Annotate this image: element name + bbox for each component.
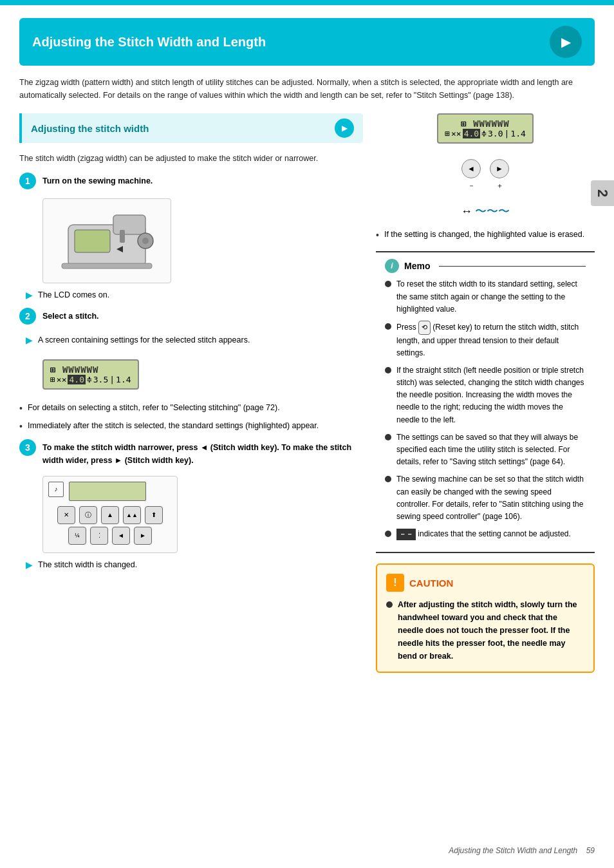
- right-lcd-tension: 1.4: [510, 129, 525, 138]
- caution-list: After adjusting the stitch width, slowly…: [386, 598, 584, 663]
- panel-note-icon: ♪: [48, 482, 64, 497]
- sub-section-desc: The stitch width (zigzag width) can be a…: [19, 152, 363, 165]
- svg-rect-1: [113, 215, 145, 234]
- memo-title-text: Memo: [404, 261, 430, 271]
- right-arrow-button[interactable]: ►: [490, 159, 509, 178]
- panel-btn-dots[interactable]: ⁚: [90, 527, 108, 545]
- memo-item-5-text: The sewing machine can be set so that th…: [396, 473, 586, 523]
- lcd-tension-value: 1.4: [116, 375, 131, 384]
- control-panel-diagram: ♪ ✕ ⓘ ▲ ▲▲ ⬆ ¼ ⁚ ◄ ►: [42, 476, 178, 553]
- right-lcd-sep1: ≑: [481, 129, 487, 138]
- memo-item-3: If the straight stitch (left needle posi…: [385, 364, 586, 426]
- step-3-instruction: To make the stitch width narrower, press…: [42, 443, 351, 465]
- left-button-group: ◄ －: [461, 159, 481, 191]
- step-1-text: Turn on the sewing machine.: [42, 173, 153, 187]
- main-title: Adjusting the Stitch Width and Length: [32, 35, 266, 50]
- reset-key-icon: ⟲: [418, 321, 431, 335]
- memo-item-1: To reset the stitch width to its standar…: [385, 278, 586, 316]
- memo-bullet-1: [385, 281, 391, 287]
- svg-point-5: [142, 238, 149, 244]
- panel-btn-up3[interactable]: ⬆: [145, 506, 163, 524]
- footer-text: Adjusting the Stitch Width and Length: [449, 846, 577, 855]
- step-2-number: 2: [19, 308, 36, 325]
- page-footer: Adjusting the Stitch Width and Length 59: [449, 846, 595, 855]
- memo-item-5: The sewing machine can be set so that th…: [385, 473, 586, 523]
- right-lcd-grid: ⊞: [445, 129, 450, 138]
- right-column: ⊞ WWWWWW ⊞ ×× 4.0 ≑ 3.0 | 1.4: [376, 113, 595, 673]
- panel-btn-frac[interactable]: ¼: [68, 527, 86, 545]
- right-lcd-width: 4.0: [463, 129, 480, 138]
- memo-item-3-text: If the straight stitch (left needle posi…: [396, 364, 586, 426]
- setting-changed-text: If the setting is changed, the highlight…: [384, 228, 584, 241]
- caution-bullet-1: [386, 601, 393, 608]
- step-2-result: ▶ A screen containing settings for the s…: [26, 334, 363, 346]
- panel-row-2: ¼ ⁚ ◄ ►: [48, 527, 172, 545]
- lcd-length-value: 3.5: [93, 375, 108, 384]
- plus-label: ＋: [496, 181, 503, 191]
- panel-btn-left[interactable]: ◄: [112, 527, 130, 545]
- memo-bullet-6: [385, 531, 391, 537]
- lcd-sep1: ≑: [87, 375, 92, 384]
- memo-item-6-text: －－ indicates that the setting cannot be …: [396, 528, 571, 540]
- two-col-layout: Adjusting the stitch width The stitch wi…: [19, 113, 595, 673]
- right-lcd-display: ⊞ WWWWWW ⊞ ×× 4.0 ≑ 3.0 | 1.4: [437, 113, 534, 144]
- step-3-result: ▶ The stitch width is changed.: [26, 558, 363, 571]
- right-lcd-length: 3.0: [488, 129, 503, 138]
- right-lcd-icon: ⊞: [461, 118, 467, 129]
- memo-box: i Memo To reset the stitch width to its …: [376, 251, 595, 553]
- panel-top-row: ♪: [48, 482, 172, 504]
- memo-item-4-text: The settings can be saved so that they w…: [396, 431, 586, 469]
- caution-title: CAUTION: [409, 578, 453, 589]
- chapter-tab: 2: [591, 180, 614, 206]
- memo-item-2: Press ⟲ (Reset key) to return the stitch…: [385, 321, 586, 359]
- step-1-result-text: The LCD comes on.: [38, 288, 109, 301]
- sub-section-title: Adjusting the stitch width: [31, 123, 149, 134]
- setting-changed-list: If the setting is changed, the highlight…: [376, 228, 595, 242]
- bullet-note-1: For details on selecting a stitch, refer…: [19, 401, 363, 415]
- intro-text: The zigzag width (pattern width) and sti…: [19, 76, 595, 102]
- width-arrow-icon: ↔: [461, 205, 472, 218]
- panel-btn-up2[interactable]: ▲▲: [123, 506, 141, 524]
- caution-box: ! CAUTION After adjusting the stitch wid…: [376, 563, 595, 673]
- step-2: 2 Select a stitch.: [19, 308, 363, 325]
- bullet-note-1-text: For details on selecting a stitch, refer…: [28, 401, 280, 414]
- title-chevron-icon: [550, 26, 582, 58]
- caution-text: After adjusting the stitch width, slowly…: [398, 598, 584, 663]
- bullet-notes: For details on selecting a stitch, refer…: [19, 401, 363, 434]
- lcd-row2: ⊞ ×× 4.0 ≑ 3.5 | 1.4: [50, 375, 131, 384]
- lcd-width-value: 4.0: [68, 375, 85, 384]
- panel-btn-up1[interactable]: ▲: [101, 506, 119, 524]
- caution-item-1: After adjusting the stitch width, slowly…: [386, 598, 584, 663]
- panel-btn-cross[interactable]: ✕: [57, 506, 75, 524]
- panel-btn-info[interactable]: ⓘ: [79, 506, 97, 524]
- step-3-number: 3: [19, 439, 36, 456]
- top-bar: [0, 0, 614, 5]
- result-arrow-3-icon: ▶: [26, 560, 33, 570]
- right-lcd-sep2: |: [504, 129, 509, 138]
- result-arrow-2-icon: ▶: [26, 335, 33, 345]
- zigzag-visual-icon: 〜〜〜: [475, 203, 510, 219]
- right-lcd-cross: ××: [451, 129, 461, 138]
- step-3-result-text: The stitch width is changed.: [38, 558, 137, 571]
- lcd-display-step2: ⊞ WWWWWW ⊞ ×× 4.0 ≑ 3.5 | 1.4: [42, 359, 139, 390]
- main-title-box: Adjusting the Stitch Width and Length: [19, 18, 595, 66]
- right-lcd-row1: ⊞ WWWWWW: [445, 118, 526, 129]
- left-column: Adjusting the stitch width The stitch wi…: [19, 113, 363, 673]
- step-1-instruction: Turn on the sewing machine.: [42, 176, 153, 185]
- step-2-text: Select a stitch.: [42, 308, 99, 323]
- panel-btn-right[interactable]: ►: [134, 527, 152, 545]
- result-arrow-icon: ▶: [26, 290, 33, 300]
- memo-list: To reset the stitch width to its standar…: [385, 278, 586, 540]
- step-2-result-text: A screen containing settings for the sel…: [38, 334, 250, 346]
- svg-rect-2: [120, 230, 125, 243]
- width-visual: ↔ 〜〜〜: [461, 203, 510, 219]
- lcd-icon: ⊞: [50, 364, 56, 375]
- sewing-machine-svg: [55, 205, 158, 276]
- bullet-note-2: Immediately after the stitch is selected…: [19, 419, 363, 433]
- memo-item-4: The settings can be saved so that they w…: [385, 431, 586, 469]
- left-arrow-button[interactable]: ◄: [461, 159, 481, 178]
- step-1-number: 1: [19, 173, 36, 189]
- svg-rect-3: [75, 230, 110, 252]
- right-lcd-zigzag: WWWWWW: [473, 118, 510, 129]
- memo-item-1-text: To reset the stitch width to its standar…: [396, 278, 586, 316]
